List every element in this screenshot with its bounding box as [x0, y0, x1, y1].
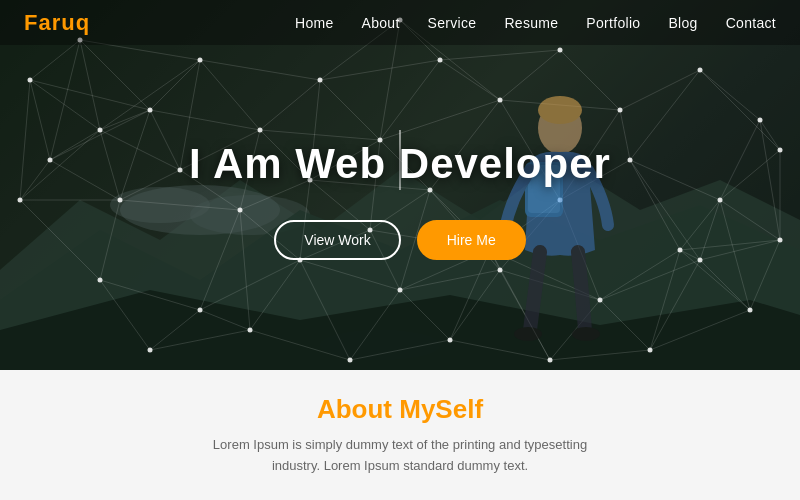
- hero-content: I Am Web Developer View Work Hire Me: [0, 0, 800, 370]
- nav-service[interactable]: Service: [428, 15, 477, 31]
- nav-portfolio[interactable]: Portfolio: [586, 15, 640, 31]
- about-title-plain: About: [317, 394, 399, 424]
- about-section: About MySelf Lorem Ipsum is simply dummy…: [0, 370, 800, 500]
- nav-about[interactable]: About: [362, 15, 400, 31]
- nav-resume[interactable]: Resume: [504, 15, 558, 31]
- hero-section: I Am Web Developer View Work Hire Me: [0, 0, 800, 370]
- nav-links: Home About Service Resume Portfolio Blog…: [295, 14, 776, 32]
- about-description: Lorem Ipsum is simply dummy text of the …: [213, 435, 587, 477]
- about-title-colored: MySelf: [399, 394, 483, 424]
- hero-title: I Am Web Developer: [189, 140, 611, 188]
- hero-buttons: View Work Hire Me: [274, 220, 525, 260]
- navbar: Faruq Home About Service Resume Portfoli…: [0, 0, 800, 45]
- hire-me-button[interactable]: Hire Me: [417, 220, 526, 260]
- nav-home[interactable]: Home: [295, 15, 334, 31]
- nav-blog[interactable]: Blog: [668, 15, 697, 31]
- brand-logo[interactable]: Faruq: [24, 10, 90, 36]
- view-work-button[interactable]: View Work: [274, 220, 400, 260]
- about-title: About MySelf: [317, 394, 483, 425]
- nav-contact[interactable]: Contact: [726, 15, 776, 31]
